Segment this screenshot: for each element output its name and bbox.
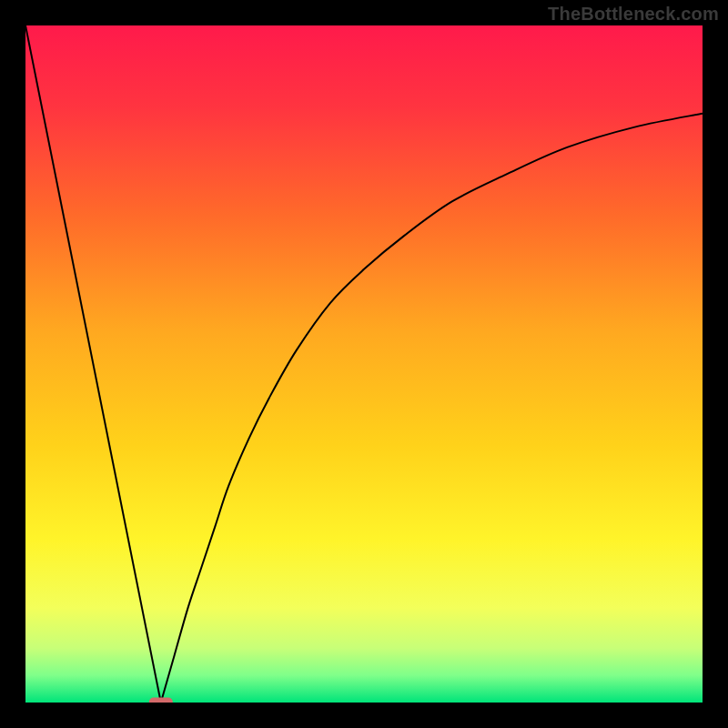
minimum-marker: [149, 697, 173, 703]
chart-frame: TheBottleneck.com: [0, 0, 728, 728]
chart-svg: [25, 25, 703, 703]
chart-background: [25, 25, 703, 703]
watermark-text: TheBottleneck.com: [548, 4, 719, 25]
chart-plot-area: [25, 25, 703, 703]
